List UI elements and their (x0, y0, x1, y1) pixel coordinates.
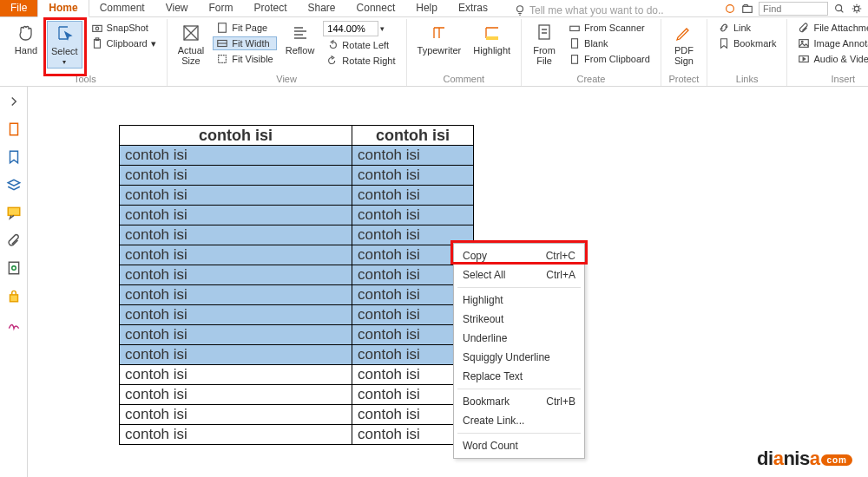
comments-panel-icon[interactable] (6, 205, 22, 220)
gear-icon[interactable] (851, 3, 863, 15)
table-row[interactable]: contoh isicontoh isi (120, 206, 474, 225)
from-file-button[interactable]: From File (529, 21, 560, 68)
tab-extras[interactable]: Extras (448, 0, 498, 16)
table-cell[interactable]: contoh isi (120, 166, 352, 186)
group-view: Actual Size Fit Page Fit Width Fit Visib… (168, 19, 407, 86)
search-icon[interactable] (833, 3, 845, 15)
tab-connect[interactable]: Connect (346, 0, 406, 16)
table-cell[interactable]: contoh isi (352, 206, 474, 225)
file-attachment-button[interactable]: File Attachment (794, 21, 868, 35)
table-cell[interactable]: contoh isi (120, 245, 352, 265)
tab-form[interactable]: Form (199, 0, 244, 16)
tab-home[interactable]: Home (37, 0, 89, 17)
table-cell[interactable]: contoh isi (120, 345, 352, 365)
clipboard-button[interactable]: Clipboard ▾ (88, 36, 160, 50)
attachments-panel-icon[interactable] (6, 232, 22, 248)
table-row[interactable]: contoh isicontoh isi (120, 365, 474, 385)
find-input[interactable] (759, 2, 828, 16)
bookmark-button[interactable]: Bookmark (714, 36, 780, 50)
table-cell[interactable]: contoh isi (120, 285, 352, 305)
table-row[interactable]: contoh isicontoh isi (120, 186, 474, 206)
menu-item-highlight[interactable]: Highlight (454, 291, 584, 310)
table-row[interactable]: contoh isicontoh isi (120, 345, 474, 365)
table-cell[interactable]: contoh isi (120, 186, 352, 206)
table-cell[interactable]: contoh isi (120, 425, 352, 445)
menu-item-underline[interactable]: Underline (454, 329, 584, 348)
folder-icon[interactable] (741, 3, 753, 15)
table-row[interactable]: contoh isicontoh isi (120, 325, 474, 345)
document-table[interactable]: contoh isicontoh isicontoh isicontoh isi… (119, 125, 474, 445)
image-annotation-button[interactable]: Image Annotation (794, 36, 868, 50)
menu-item-strikeout[interactable]: Strikeout (454, 310, 584, 329)
table-cell[interactable]: contoh isi (120, 365, 352, 385)
zoom-input[interactable] (323, 21, 378, 36)
table-cell[interactable]: contoh isi (120, 325, 352, 345)
table-cell[interactable]: contoh isi (120, 225, 352, 245)
table-row[interactable]: contoh isicontoh isi (120, 305, 474, 325)
fit-width-button[interactable]: Fit Width (213, 36, 276, 50)
menu-item-word-count[interactable]: Word Count (454, 436, 584, 455)
highlight-icon (482, 23, 503, 43)
tab-share[interactable]: Share (298, 0, 346, 16)
table-cell[interactable]: contoh isi (352, 166, 474, 186)
notify-icon[interactable] (724, 3, 736, 15)
reflow-button[interactable]: Reflow (282, 21, 319, 68)
menu-item-bookmark[interactable]: BookmarkCtrl+B (454, 392, 584, 411)
menu-item-squiggly-underline[interactable]: Squiggly Underline (454, 348, 584, 367)
table-cell[interactable]: contoh isi (352, 186, 474, 206)
blank-button[interactable]: Blank (565, 36, 654, 50)
highlight-button[interactable]: Highlight (470, 21, 514, 57)
menu-item-copy[interactable]: CopyCtrl+C (454, 246, 584, 265)
security-panel-icon[interactable] (6, 288, 22, 304)
document-area: contoh isicontoh isicontoh isicontoh isi… (28, 87, 868, 477)
pages-panel-icon[interactable] (6, 121, 22, 137)
table-row[interactable]: contoh isicontoh isi (120, 146, 474, 166)
svg-rect-18 (572, 56, 578, 64)
table-row[interactable]: contoh isicontoh isi (120, 245, 474, 265)
pdf-sign-button[interactable]: PDF Sign (668, 21, 700, 68)
actual-size-button[interactable]: Actual Size (174, 21, 208, 68)
table-cell[interactable]: contoh isi (120, 305, 352, 325)
tab-protect[interactable]: Protect (244, 0, 298, 16)
rotate-right-button[interactable]: Rotate Right (323, 54, 398, 68)
from-scanner-button[interactable]: From Scanner (565, 21, 654, 35)
table-row[interactable]: contoh isicontoh isi (120, 425, 474, 445)
fit-page-button[interactable]: Fit Page (213, 21, 276, 35)
table-row[interactable]: contoh isicontoh isi (120, 225, 474, 245)
table-row[interactable]: contoh isicontoh isi (120, 166, 474, 186)
tab-comment[interactable]: Comment (89, 0, 155, 16)
fit-visible-button[interactable]: Fit Visible (213, 52, 276, 66)
bookmarks-panel-icon[interactable] (6, 149, 22, 165)
typewriter-button[interactable]: Typewriter (414, 21, 465, 57)
table-cell[interactable]: contoh isi (120, 206, 352, 225)
menu-item-replace-text[interactable]: Replace Text (454, 367, 584, 386)
tab-file[interactable]: File (0, 0, 37, 16)
select-tool[interactable]: Select ▾ (47, 21, 82, 69)
table-cell[interactable]: contoh isi (120, 385, 352, 405)
table-cell[interactable]: contoh isi (120, 146, 352, 166)
hand-tool[interactable]: Hand (10, 21, 42, 69)
tab-view[interactable]: View (155, 0, 199, 16)
table-cell[interactable]: contoh isi (120, 265, 352, 285)
from-clipboard-button[interactable]: From Clipboard (565, 52, 654, 66)
table-cell[interactable]: contoh isi (120, 405, 352, 425)
rotate-left-button[interactable]: Rotate Left (323, 38, 398, 52)
table-row[interactable]: contoh isicontoh isi (120, 265, 474, 285)
rotate-left-label: Rotate Left (342, 40, 389, 50)
layers-panel-icon[interactable] (6, 177, 22, 193)
table-row[interactable]: contoh isicontoh isi (120, 385, 474, 405)
table-cell[interactable]: contoh isi (352, 146, 474, 166)
table-row[interactable]: contoh isicontoh isi (120, 285, 474, 305)
menu-item-create-link-[interactable]: Create Link... (454, 411, 584, 430)
menu-item-select-all[interactable]: Select AllCtrl+A (454, 265, 584, 284)
collapse-icon[interactable] (6, 94, 22, 109)
tab-help[interactable]: Help (405, 0, 448, 16)
link-button[interactable]: Link (714, 21, 780, 35)
audio-video-button[interactable]: Audio & Video (794, 52, 868, 66)
sign-panel-icon[interactable] (6, 316, 22, 331)
signatures-panel-icon[interactable] (6, 260, 22, 276)
snapshot-button[interactable]: SnapShot (88, 21, 160, 35)
table-row[interactable]: contoh isicontoh isi (120, 405, 474, 425)
chevron-down-icon[interactable]: ▾ (380, 24, 385, 33)
tell-me-search[interactable]: Tell me what you want to do.. (514, 4, 664, 16)
